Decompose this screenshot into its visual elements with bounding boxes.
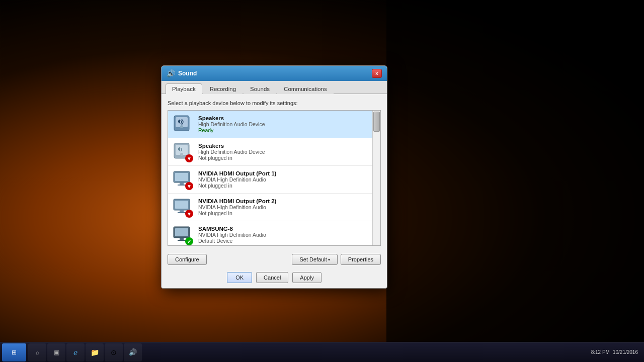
device-status-4: Not plugged in: [198, 210, 370, 216]
device-info-5: SAMSUNG-8 NVIDIA High Definition Audio D…: [198, 226, 370, 244]
device-info-1: Speakers High Definition Audio Device Re…: [198, 115, 370, 133]
device-name-3: NVIDIA HDMI Output (Port 1): [198, 170, 370, 176]
folder-icon: 📁: [91, 348, 99, 356]
taskbar: ⊞ ⌕ ▣ ℯ 📁 ⊙ 🔊 8:12 PM 10/21/2016: [0, 342, 644, 362]
taskbar-icon-folder[interactable]: 📁: [86, 343, 104, 361]
status-badge-5: ✓: [185, 237, 193, 245]
ok-button[interactable]: OK: [227, 272, 252, 283]
taskbar-icons: ⌕ ▣ ℯ 📁 ⊙ 🔊: [28, 343, 591, 361]
taskbar-icon-chrome[interactable]: ⊙: [105, 343, 123, 361]
start-button[interactable]: ⊞: [2, 343, 26, 361]
dropdown-arrow-icon: ▾: [328, 257, 330, 262]
svg-rect-11: [175, 201, 188, 209]
bottom-row: OK Cancel Apply: [162, 269, 387, 288]
device-icon-wrap-2: ▼: [172, 141, 193, 162]
device-desc-5: NVIDIA High Definition Audio: [198, 232, 370, 238]
action-btns-right: Set Default ▾ Properties: [292, 254, 381, 265]
device-item-nvidia-1[interactable]: ▼ NVIDIA HDMI Output (Port 1) NVIDIA Hig…: [168, 166, 380, 194]
properties-button[interactable]: Properties: [341, 254, 381, 265]
tab-recording[interactable]: Recording: [203, 83, 243, 94]
dialog-body: Select a playback device below to modify…: [162, 94, 387, 252]
devices-list[interactable]: Speakers High Definition Audio Device Re…: [168, 110, 381, 246]
close-button[interactable]: ×: [372, 69, 382, 78]
svg-rect-16: [180, 238, 184, 240]
device-item-speakers-ready[interactable]: Speakers High Definition Audio Device Re…: [168, 111, 380, 138]
apply-button[interactable]: Apply: [292, 272, 321, 283]
svg-point-2: [180, 125, 183, 128]
device-desc-2: High Definition Audio Device: [198, 149, 370, 155]
configure-button[interactable]: Configure: [168, 254, 207, 265]
sound-dialog: 🔊 Sound × Playback Recording Sounds Comm…: [161, 65, 387, 289]
device-name-5: SAMSUNG-8: [198, 226, 370, 232]
sound-taskbar-icon: 🔊: [129, 348, 137, 356]
tab-playback[interactable]: Playback: [166, 83, 202, 94]
device-desc-3: NVIDIA High Definition Audio: [198, 176, 370, 183]
status-badge-2: ▼: [185, 154, 193, 162]
browser-icon: ℯ: [73, 348, 77, 356]
taskbar-date: 10/21/2016: [613, 349, 638, 355]
taskbar-icon-taskview[interactable]: ▣: [47, 343, 65, 361]
device-icon-wrap-3: ▼: [172, 169, 193, 190]
device-status-1: Ready: [198, 127, 370, 133]
status-badge-3: ▼: [185, 182, 193, 190]
cancel-button[interactable]: Cancel: [256, 272, 288, 283]
svg-point-5: [180, 153, 183, 156]
svg-rect-13: [178, 212, 186, 213]
device-info-3: NVIDIA HDMI Output (Port 1) NVIDIA High …: [198, 170, 370, 189]
device-item-speakers-unplugged[interactable]: ▼ Speakers High Definition Audio Device …: [168, 138, 380, 166]
action-row: Configure Set Default ▾ Properties: [162, 252, 387, 269]
status-badge-4: ▼: [185, 210, 193, 218]
svg-rect-15: [175, 228, 188, 236]
device-status-3: Not plugged in: [198, 183, 370, 189]
taskbar-icon-sound[interactable]: 🔊: [124, 343, 142, 361]
chrome-icon: ⊙: [111, 348, 117, 356]
scrollbar-track[interactable]: [372, 111, 380, 245]
device-icon-wrap-4: ▼: [172, 197, 193, 218]
svg-rect-17: [178, 240, 186, 241]
device-desc-1: High Definition Audio Device: [198, 121, 370, 127]
tab-communications[interactable]: Communications: [277, 83, 334, 94]
device-info-4: NVIDIA HDMI Output (Port 2) NVIDIA High …: [198, 198, 370, 216]
device-item-nvidia-2[interactable]: ▼ NVIDIA HDMI Output (Port 2) NVIDIA Hig…: [168, 194, 380, 221]
taskview-icon: ▣: [54, 349, 59, 356]
windows-logo-icon: ⊞: [12, 349, 17, 356]
svg-rect-12: [180, 210, 184, 212]
scrollbar-thumb[interactable]: [373, 112, 380, 132]
device-icon-wrap-1: [172, 114, 193, 135]
device-status-2: Not plugged in: [198, 155, 370, 161]
svg-rect-7: [175, 173, 188, 181]
speaker-icon-1: [172, 114, 191, 133]
device-status-5: Default Device: [198, 238, 370, 244]
tab-sounds[interactable]: Sounds: [244, 83, 276, 94]
device-icon-wrap-5: ✓: [172, 224, 193, 245]
dialog-title-icon: 🔊: [167, 69, 175, 77]
svg-rect-8: [180, 183, 184, 185]
taskbar-right: 8:12 PM 10/21/2016: [591, 349, 642, 355]
taskbar-icon-ie[interactable]: ℯ: [66, 343, 85, 361]
svg-rect-9: [178, 185, 186, 186]
set-default-button[interactable]: Set Default ▾: [292, 254, 337, 265]
device-desc-4: NVIDIA High Definition Audio: [198, 204, 370, 210]
tabs-container: Playback Recording Sounds Communications: [162, 81, 387, 94]
device-name-2: Speakers: [198, 143, 370, 149]
action-btns-left: Configure: [168, 254, 207, 265]
taskbar-time: 8:12 PM: [591, 349, 610, 355]
taskbar-icon-search[interactable]: ⌕: [28, 343, 46, 361]
device-name-4: NVIDIA HDMI Output (Port 2): [198, 198, 370, 204]
dialog-title: Sound: [178, 70, 369, 77]
instruction-text: Select a playback device below to modify…: [168, 100, 381, 106]
search-icon: ⌕: [36, 349, 39, 356]
device-name-1: Speakers: [198, 115, 370, 121]
dialog-titlebar: 🔊 Sound ×: [162, 66, 387, 81]
device-info-2: Speakers High Definition Audio Device No…: [198, 143, 370, 161]
device-item-samsung[interactable]: ✓ SAMSUNG-8 NVIDIA High Definition Audio…: [168, 221, 380, 246]
